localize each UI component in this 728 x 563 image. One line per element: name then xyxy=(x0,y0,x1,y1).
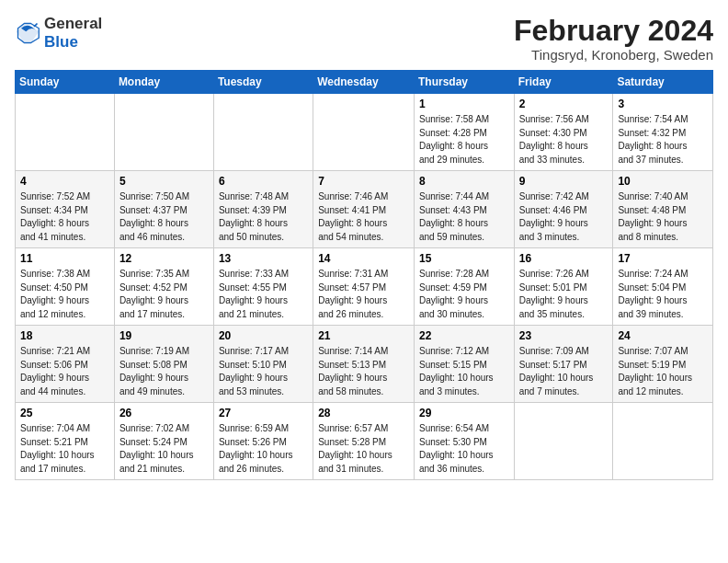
calendar-cell: 24Sunrise: 7:07 AM Sunset: 5:19 PM Dayli… xyxy=(613,326,713,403)
day-number: 10 xyxy=(618,175,708,188)
logo-text: General Blue xyxy=(44,15,102,52)
calendar-cell: 29Sunrise: 6:54 AM Sunset: 5:30 PM Dayli… xyxy=(414,403,514,480)
day-number: 21 xyxy=(318,329,409,342)
day-number: 28 xyxy=(318,407,409,419)
logo-line1: General xyxy=(44,15,102,32)
calendar-cell: 12Sunrise: 7:35 AM Sunset: 4:52 PM Dayli… xyxy=(114,248,213,326)
day-detail: Sunrise: 7:14 AM Sunset: 5:13 PM Dayligh… xyxy=(318,345,409,398)
calendar-cell: 13Sunrise: 7:33 AM Sunset: 4:55 PM Dayli… xyxy=(213,248,313,326)
calendar-cell: 26Sunrise: 7:02 AM Sunset: 5:24 PM Dayli… xyxy=(114,403,213,480)
day-detail: Sunrise: 7:17 AM Sunset: 5:10 PM Dayligh… xyxy=(219,345,308,398)
calendar-cell: 27Sunrise: 6:59 AM Sunset: 5:26 PM Dayli… xyxy=(213,403,313,480)
day-detail: Sunrise: 7:21 AM Sunset: 5:06 PM Dayligh… xyxy=(20,345,109,398)
day-detail: Sunrise: 7:28 AM Sunset: 4:59 PM Dayligh… xyxy=(419,268,509,321)
logo: General Blue xyxy=(15,15,102,52)
day-detail: Sunrise: 7:02 AM Sunset: 5:24 PM Dayligh… xyxy=(119,422,209,476)
day-detail: Sunrise: 7:58 AM Sunset: 4:28 PM Dayligh… xyxy=(419,113,509,167)
day-number: 4 xyxy=(20,175,109,188)
day-number: 5 xyxy=(119,175,209,188)
weekday-header-row: SundayMondayTuesdayWednesdayThursdayFrid… xyxy=(16,71,713,94)
day-number: 20 xyxy=(219,329,308,342)
weekday-header-friday: Friday xyxy=(514,71,613,94)
day-number: 24 xyxy=(618,329,708,342)
day-number: 29 xyxy=(419,407,509,419)
calendar-subtitle: Tingsryd, Kronoberg, Sweden xyxy=(514,47,713,63)
calendar-title: February 2024 xyxy=(514,15,713,47)
calendar-cell: 7Sunrise: 7:46 AM Sunset: 4:41 PM Daylig… xyxy=(313,171,415,248)
day-number: 25 xyxy=(20,407,109,419)
calendar-cell: 21Sunrise: 7:14 AM Sunset: 5:13 PM Dayli… xyxy=(313,326,415,403)
calendar-cell: 22Sunrise: 7:12 AM Sunset: 5:15 PM Dayli… xyxy=(414,326,514,403)
week-row-3: 11Sunrise: 7:38 AM Sunset: 4:50 PM Dayli… xyxy=(16,248,713,326)
weekday-header-wednesday: Wednesday xyxy=(313,71,415,94)
week-row-5: 25Sunrise: 7:04 AM Sunset: 5:21 PM Dayli… xyxy=(16,403,713,480)
day-number: 2 xyxy=(519,98,609,110)
day-detail: Sunrise: 7:44 AM Sunset: 4:43 PM Dayligh… xyxy=(419,190,509,244)
weekday-header-sunday: Sunday xyxy=(16,71,115,94)
calendar-cell: 18Sunrise: 7:21 AM Sunset: 5:06 PM Dayli… xyxy=(16,326,115,403)
calendar-cell: 17Sunrise: 7:24 AM Sunset: 5:04 PM Dayli… xyxy=(613,248,713,326)
calendar-cell: 8Sunrise: 7:44 AM Sunset: 4:43 PM Daylig… xyxy=(414,171,514,248)
day-detail: Sunrise: 7:38 AM Sunset: 4:50 PM Dayligh… xyxy=(20,268,109,321)
day-detail: Sunrise: 7:26 AM Sunset: 5:01 PM Dayligh… xyxy=(519,268,609,321)
calendar-cell: 4Sunrise: 7:52 AM Sunset: 4:34 PM Daylig… xyxy=(16,171,115,248)
day-detail: Sunrise: 7:33 AM Sunset: 4:55 PM Dayligh… xyxy=(219,268,308,321)
day-detail: Sunrise: 7:24 AM Sunset: 5:04 PM Dayligh… xyxy=(618,268,708,321)
calendar-cell: 5Sunrise: 7:50 AM Sunset: 4:37 PM Daylig… xyxy=(114,171,213,248)
weekday-header-saturday: Saturday xyxy=(613,71,713,94)
logo-icon xyxy=(15,20,40,46)
calendar-cell: 2Sunrise: 7:56 AM Sunset: 4:30 PM Daylig… xyxy=(514,94,613,171)
day-number: 18 xyxy=(20,329,109,342)
header: General Blue February 2024 Tingsryd, Kro… xyxy=(15,15,713,63)
calendar-cell xyxy=(514,403,613,480)
day-detail: Sunrise: 7:19 AM Sunset: 5:08 PM Dayligh… xyxy=(119,345,209,398)
day-number: 13 xyxy=(219,252,308,265)
week-row-4: 18Sunrise: 7:21 AM Sunset: 5:06 PM Dayli… xyxy=(16,326,713,403)
weekday-header-thursday: Thursday xyxy=(414,71,514,94)
day-number: 7 xyxy=(318,175,409,188)
calendar-cell xyxy=(613,403,713,480)
day-detail: Sunrise: 7:09 AM Sunset: 5:17 PM Dayligh… xyxy=(519,345,609,398)
calendar-cell xyxy=(213,94,313,171)
day-detail: Sunrise: 7:56 AM Sunset: 4:30 PM Dayligh… xyxy=(519,113,609,167)
calendar-cell: 1Sunrise: 7:58 AM Sunset: 4:28 PM Daylig… xyxy=(414,94,514,171)
day-number: 12 xyxy=(119,252,209,265)
day-detail: Sunrise: 7:46 AM Sunset: 4:41 PM Dayligh… xyxy=(318,190,409,244)
week-row-2: 4Sunrise: 7:52 AM Sunset: 4:34 PM Daylig… xyxy=(16,171,713,248)
day-detail: Sunrise: 7:40 AM Sunset: 4:48 PM Dayligh… xyxy=(618,190,708,244)
weekday-header-monday: Monday xyxy=(114,71,213,94)
calendar-table: SundayMondayTuesdayWednesdayThursdayFrid… xyxy=(15,70,713,480)
calendar-cell: 20Sunrise: 7:17 AM Sunset: 5:10 PM Dayli… xyxy=(213,326,313,403)
week-row-1: 1Sunrise: 7:58 AM Sunset: 4:28 PM Daylig… xyxy=(16,94,713,171)
day-detail: Sunrise: 7:31 AM Sunset: 4:57 PM Dayligh… xyxy=(318,268,409,321)
calendar-cell: 3Sunrise: 7:54 AM Sunset: 4:32 PM Daylig… xyxy=(613,94,713,171)
day-number: 17 xyxy=(618,252,708,265)
day-number: 6 xyxy=(219,175,308,188)
day-number: 27 xyxy=(219,407,308,419)
title-area: February 2024 Tingsryd, Kronoberg, Swede… xyxy=(514,15,713,63)
calendar-cell xyxy=(313,94,415,171)
day-detail: Sunrise: 7:52 AM Sunset: 4:34 PM Dayligh… xyxy=(20,190,109,244)
day-detail: Sunrise: 7:48 AM Sunset: 4:39 PM Dayligh… xyxy=(219,190,308,244)
day-detail: Sunrise: 6:59 AM Sunset: 5:26 PM Dayligh… xyxy=(219,422,308,476)
day-detail: Sunrise: 7:07 AM Sunset: 5:19 PM Dayligh… xyxy=(618,345,708,398)
calendar-cell xyxy=(114,94,213,171)
day-number: 3 xyxy=(618,98,708,110)
calendar-cell: 14Sunrise: 7:31 AM Sunset: 4:57 PM Dayli… xyxy=(313,248,415,326)
calendar-cell: 15Sunrise: 7:28 AM Sunset: 4:59 PM Dayli… xyxy=(414,248,514,326)
day-number: 22 xyxy=(419,329,509,342)
logo-line2: Blue xyxy=(44,33,102,52)
day-number: 23 xyxy=(519,329,609,342)
day-detail: Sunrise: 7:04 AM Sunset: 5:21 PM Dayligh… xyxy=(20,422,109,476)
weekday-header-tuesday: Tuesday xyxy=(213,71,313,94)
day-detail: Sunrise: 6:54 AM Sunset: 5:30 PM Dayligh… xyxy=(419,422,509,476)
calendar-cell: 11Sunrise: 7:38 AM Sunset: 4:50 PM Dayli… xyxy=(16,248,115,326)
calendar-cell: 9Sunrise: 7:42 AM Sunset: 4:46 PM Daylig… xyxy=(514,171,613,248)
calendar-cell xyxy=(16,94,115,171)
calendar-cell: 6Sunrise: 7:48 AM Sunset: 4:39 PM Daylig… xyxy=(213,171,313,248)
day-detail: Sunrise: 7:12 AM Sunset: 5:15 PM Dayligh… xyxy=(419,345,509,398)
day-number: 15 xyxy=(419,252,509,265)
calendar-cell: 23Sunrise: 7:09 AM Sunset: 5:17 PM Dayli… xyxy=(514,326,613,403)
day-detail: Sunrise: 7:35 AM Sunset: 4:52 PM Dayligh… xyxy=(119,268,209,321)
day-detail: Sunrise: 7:50 AM Sunset: 4:37 PM Dayligh… xyxy=(119,190,209,244)
